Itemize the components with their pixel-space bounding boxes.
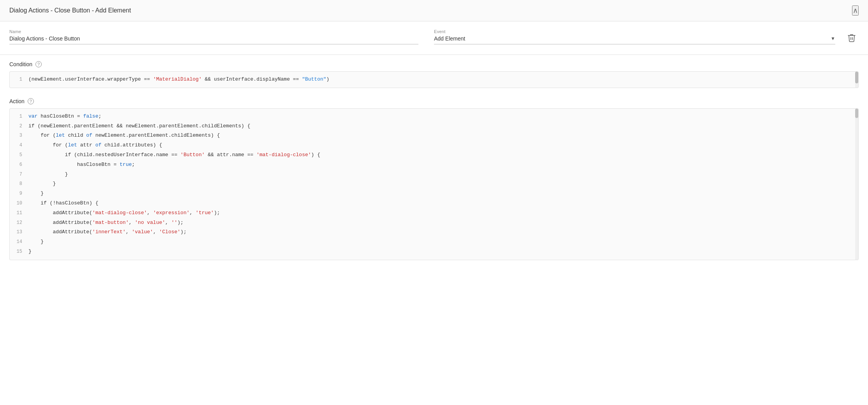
action-line-15: 15 }: [10, 247, 858, 257]
name-label: Name: [9, 29, 418, 34]
scrollbar[interactable]: [855, 72, 858, 88]
action-scrollbar[interactable]: [855, 109, 858, 260]
condition-line-1: 1 (newElement.userInterface.wrapperType …: [10, 75, 858, 85]
panel-title: Dialog Actions - Close Button - Add Elem…: [9, 7, 131, 14]
form-section: Name Dialog Actions - Close Button Event…: [0, 21, 868, 48]
event-select[interactable]: Add Element ▼: [434, 35, 835, 44]
action-line-10: 10 if (!hasCloseBtn) {: [10, 199, 858, 208]
condition-code: (newElement.userInterface.wrapperType ==…: [28, 76, 854, 84]
action-line-5: 5 if (child.nestedUserInterface.name == …: [10, 150, 858, 160]
condition-section: Condition ? 1 (newElement.userInterface.…: [0, 55, 868, 92]
name-field-col: Name Dialog Actions - Close Button: [9, 29, 434, 44]
action-editor[interactable]: 1 var hasCloseBtn = false; 2 if (newElem…: [9, 108, 859, 260]
delete-col: [835, 29, 859, 44]
form-row: Name Dialog Actions - Close Button Event…: [9, 29, 859, 44]
panel-header: Dialog Actions - Close Button - Add Elem…: [0, 0, 868, 21]
action-line-12: 12 addAttribute('mat-button', 'no value'…: [10, 218, 858, 228]
name-value: Dialog Actions - Close Button: [9, 35, 418, 44]
action-help-icon[interactable]: ?: [28, 98, 34, 104]
action-scrollbar-thumb: [855, 109, 858, 118]
condition-help-icon[interactable]: ?: [35, 61, 42, 67]
main-panel: Dialog Actions - Close Button - Add Elem…: [0, 0, 868, 405]
action-line-1: 1 var hasCloseBtn = false;: [10, 112, 858, 122]
event-value: Add Element: [434, 35, 465, 42]
event-field-col: Event Add Element ▼: [434, 29, 835, 44]
condition-header: Condition ?: [9, 61, 859, 67]
action-title: Action: [9, 98, 25, 104]
action-line-6: 6 hasCloseBtn = true;: [10, 160, 858, 170]
action-line-3: 3 for (let child of newElement.parentEle…: [10, 131, 858, 141]
action-line-4: 4 for (let attr of child.attributes) {: [10, 141, 858, 150]
action-line-13: 13 addAttribute('innerText', 'value', 'C…: [10, 227, 858, 237]
trash-icon: [848, 33, 856, 42]
action-line-14: 14 }: [10, 237, 858, 247]
condition-title: Condition: [9, 61, 32, 67]
action-line-11: 11 addAttribute('mat-dialog-close', 'exp…: [10, 208, 858, 218]
action-section: Action ? 1 var hasCloseBtn = false; 2 if…: [0, 92, 868, 264]
line-number: 1: [10, 76, 28, 83]
scrollbar-thumb: [855, 72, 858, 83]
event-label: Event: [434, 29, 835, 34]
delete-button[interactable]: [845, 32, 859, 44]
dropdown-arrow-icon: ▼: [831, 36, 835, 41]
collapse-button[interactable]: ∧: [852, 5, 859, 16]
action-line-2: 2 if (newElement.parentElement && newEle…: [10, 122, 858, 131]
action-header: Action ?: [9, 98, 859, 104]
action-line-9: 9 }: [10, 189, 858, 199]
condition-editor[interactable]: 1 (newElement.userInterface.wrapperType …: [9, 71, 859, 88]
action-line-7: 7 }: [10, 170, 858, 180]
action-line-8: 8 }: [10, 179, 858, 189]
